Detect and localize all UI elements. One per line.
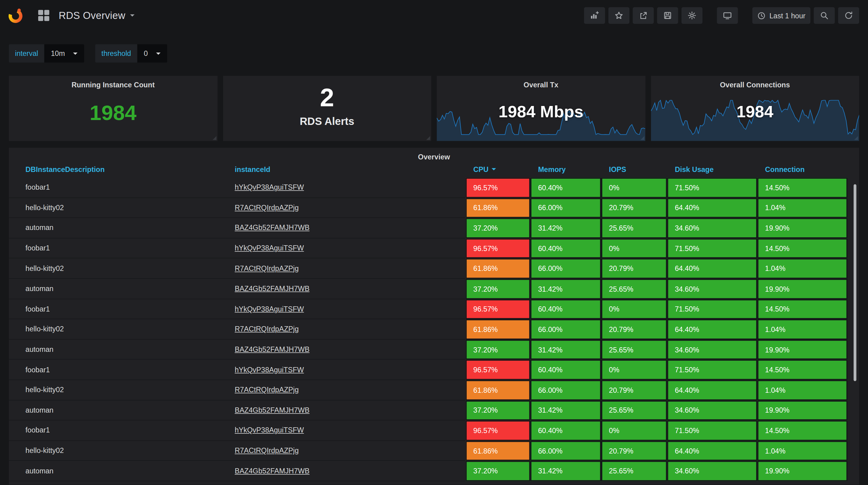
cpu-cell: 37.20% bbox=[465, 461, 530, 481]
iops-cell: 0% bbox=[601, 177, 667, 198]
column-header-iops[interactable]: IOPS bbox=[601, 161, 667, 177]
connection-cell: 1.04% bbox=[757, 198, 847, 218]
instance-id-link[interactable]: hYkQvP38AguiTSFW bbox=[235, 365, 304, 374]
cpu-cell: 37.20% bbox=[465, 218, 530, 238]
variable-interval-value: 10m bbox=[51, 49, 65, 57]
variable-interval-select[interactable]: 10m bbox=[44, 44, 84, 63]
navbar-actions: Last 1 hour bbox=[584, 7, 859, 24]
tv-cycle-view-button[interactable] bbox=[717, 7, 738, 24]
zoom-out-time-button[interactable] bbox=[814, 7, 835, 24]
cpu-cell: 96.57% bbox=[465, 299, 530, 319]
memory-cell: 60.40% bbox=[530, 238, 601, 258]
disk-usage-cell: 71.50% bbox=[667, 238, 757, 258]
add-panel-button[interactable] bbox=[584, 7, 605, 24]
disk-usage-cell: 71.50% bbox=[667, 177, 757, 198]
iops-cell: 20.79% bbox=[601, 441, 667, 461]
cpu-cell: 37.20% bbox=[465, 400, 530, 420]
instance-id-cell: R7ACtRQIrdpAZPjg bbox=[227, 380, 466, 400]
magnifier-icon bbox=[820, 11, 829, 20]
dashboard-title-dropdown[interactable]: RDS Overview bbox=[59, 10, 135, 21]
disk-usage-cell: 64.40% bbox=[667, 441, 757, 461]
db-instance-description: automan bbox=[9, 279, 227, 299]
table-panel-title: Overview bbox=[9, 148, 859, 161]
column-header-memory[interactable]: Memory bbox=[530, 161, 601, 177]
disk-usage-cell: 64.40% bbox=[667, 198, 757, 218]
instance-id-cell: R7ACtRQIrdpAZPjg bbox=[227, 441, 466, 461]
overall-tx-value: 1984 Mbps bbox=[437, 102, 645, 121]
instance-id-cell: hYkQvP38AguiTSFW bbox=[227, 177, 466, 198]
column-header-dbinstancedescription[interactable]: DBInstanceDescription bbox=[9, 161, 227, 177]
time-range-picker[interactable]: Last 1 hour bbox=[752, 7, 810, 24]
connection-cell: 1.04% bbox=[757, 380, 847, 400]
instance-id-cell: hYkQvP38AguiTSFW bbox=[227, 360, 466, 380]
iops-cell: 25.65% bbox=[601, 400, 667, 420]
instance-id-cell: BAZ4Gb52FAMJH7WB bbox=[227, 461, 466, 481]
instance-id-link[interactable]: BAZ4Gb52FAMJH7WB bbox=[235, 406, 310, 414]
iops-cell: 0% bbox=[601, 421, 667, 441]
instance-id-link[interactable]: BAZ4Gb52FAMJH7WB bbox=[235, 467, 310, 475]
panel-rds-alerts: 2 RDS Alerts bbox=[223, 76, 431, 141]
db-instance-description: hello-kitty02 bbox=[9, 198, 227, 218]
dashboards-menu-button[interactable] bbox=[37, 8, 51, 23]
disk-usage-cell: 64.40% bbox=[667, 259, 757, 279]
column-header-connection[interactable]: Connection bbox=[757, 161, 847, 177]
instance-id-link[interactable]: hYkQvP38AguiTSFW bbox=[235, 305, 304, 313]
column-header-disk-usage[interactable]: Disk Usage bbox=[667, 161, 757, 177]
iops-cell: 25.65% bbox=[601, 340, 667, 360]
disk-usage-cell: 34.60% bbox=[667, 279, 757, 299]
db-instance-description: foobar1 bbox=[9, 299, 227, 319]
instance-id-link[interactable]: R7ACtRQIrdpAZPjg bbox=[235, 203, 299, 212]
column-header-cpu[interactable]: CPU bbox=[465, 161, 530, 177]
rds-alerts-label: RDS Alerts bbox=[223, 116, 431, 128]
clock-icon bbox=[757, 11, 766, 20]
time-range-label: Last 1 hour bbox=[770, 11, 806, 20]
table-scrollbar[interactable] bbox=[854, 184, 857, 381]
save-dashboard-button[interactable] bbox=[657, 7, 678, 24]
instance-id-link[interactable]: hYkQvP38AguiTSFW bbox=[235, 183, 304, 192]
grafana-logo-icon[interactable] bbox=[7, 7, 25, 25]
connection-cell: 14.50% bbox=[757, 238, 847, 258]
connection-cell: 19.90% bbox=[757, 340, 847, 360]
dashboard-settings-button[interactable] bbox=[682, 7, 703, 24]
refresh-button[interactable] bbox=[838, 7, 859, 24]
instance-id-link[interactable]: BAZ4Gb52FAMJH7WB bbox=[235, 345, 310, 353]
memory-cell: 66.00% bbox=[530, 198, 601, 218]
instance-id-cell: R7ACtRQIrdpAZPjg bbox=[227, 198, 466, 218]
instance-id-link[interactable]: BAZ4Gb52FAMJH7WB bbox=[235, 224, 310, 232]
variable-threshold-select[interactable]: 0 bbox=[137, 44, 167, 63]
instance-id-cell: R7ACtRQIrdpAZPjg bbox=[227, 259, 466, 279]
instance-id-link[interactable]: R7ACtRQIrdpAZPjg bbox=[235, 386, 299, 394]
db-instance-description: automan bbox=[9, 400, 227, 420]
instance-id-cell: hYkQvP38AguiTSFW bbox=[227, 238, 466, 258]
connection-cell: 14.50% bbox=[757, 177, 847, 198]
instance-id-cell: hYkQvP38AguiTSFW bbox=[227, 299, 466, 319]
connection-cell: 1.04% bbox=[757, 259, 847, 279]
share-dashboard-button[interactable] bbox=[633, 7, 654, 24]
cpu-cell: 61.86% bbox=[465, 198, 530, 218]
connection-cell: 19.90% bbox=[757, 400, 847, 420]
iops-cell: 0% bbox=[601, 360, 667, 380]
instance-id-link[interactable]: BAZ4Gb52FAMJH7WB bbox=[235, 284, 310, 293]
cpu-cell: 61.86% bbox=[465, 441, 530, 461]
star-dashboard-button[interactable] bbox=[608, 7, 629, 24]
table-body: foobar1hYkQvP38AguiTSFW96.57%60.40%0%71.… bbox=[9, 177, 859, 481]
db-instance-description: foobar1 bbox=[9, 177, 227, 198]
panel-running-instance-count: Running Instance Count 1984 bbox=[9, 76, 217, 141]
instance-id-link[interactable]: R7ACtRQIrdpAZPjg bbox=[235, 264, 299, 272]
iops-cell: 0% bbox=[601, 299, 667, 319]
memory-cell: 31.42% bbox=[530, 461, 601, 481]
column-header-instanceid[interactable]: instanceId bbox=[227, 161, 466, 177]
instance-id-cell: BAZ4Gb52FAMJH7WB bbox=[227, 279, 466, 299]
instance-id-link[interactable]: R7ACtRQIrdpAZPjg bbox=[235, 447, 299, 455]
db-instance-description: foobar1 bbox=[9, 360, 227, 380]
instance-id-link[interactable]: hYkQvP38AguiTSFW bbox=[235, 244, 304, 252]
memory-cell: 60.40% bbox=[530, 421, 601, 441]
cpu-cell: 61.86% bbox=[465, 380, 530, 400]
instance-id-link[interactable]: hYkQvP38AguiTSFW bbox=[235, 426, 304, 434]
instance-id-link[interactable]: R7ACtRQIrdpAZPjg bbox=[235, 325, 299, 333]
db-instance-description: foobar1 bbox=[9, 421, 227, 441]
disk-usage-cell: 71.50% bbox=[667, 421, 757, 441]
panel-overall-tx: Overall Tx 1984 Mbps bbox=[437, 76, 645, 141]
memory-cell: 60.40% bbox=[530, 299, 601, 319]
panel-overall-connections: Overall Connections 1984 bbox=[651, 76, 859, 141]
